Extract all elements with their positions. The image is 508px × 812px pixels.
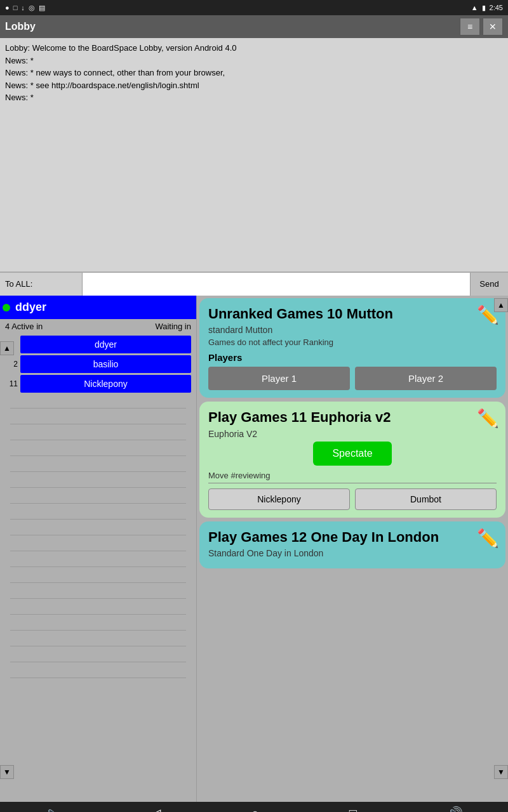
right-panel: ✏️ Unranked Games 10 Mutton standard Mut… [197,296,508,802]
screen-icon: □ [13,4,18,11]
active-count: 4 Active in [5,322,43,331]
app-title: Lobby [5,21,36,32]
online-dot [3,304,10,311]
reviewer2-button[interactable]: Dumbot [355,488,497,510]
clock: 2:45 [490,4,503,11]
game-desc-1: Games do not affect your Ranking [208,337,497,347]
main-content: ddyer 4 Active in Waiting in ddyer 2 bas… [0,296,508,802]
window-controls: ≡ ✕ [460,18,503,36]
news-line-5: News: * [5,91,503,104]
home-icon[interactable]: ○ [251,806,258,813]
game-title-2: Play Games 11 Euphoria v2 [208,409,497,426]
menu-button[interactable]: ≡ [460,18,480,36]
pencil-icon-3: ✏️ [477,528,499,549]
status-bar: ● □ ↓ ◎ ▤ ▲ ▮ 2:45 [0,0,508,15]
volume-down-icon[interactable]: 🔈 [45,806,61,812]
game-card-3: ✏️ Play Games 12 One Day In London Stand… [199,521,505,568]
game-title-3: Play Games 12 One Day In London [208,529,497,546]
info-icon: ◎ [29,4,35,12]
scroll-left-down[interactable]: ▼ [0,765,14,779]
signal-icon: ▲ [471,4,478,11]
to-all-label: To ALL: [0,273,83,296]
send-button[interactable]: Send [470,273,508,296]
player-buttons-1: Player 1 Player 2 [208,367,497,390]
menu-icon-status: ▤ [39,4,45,12]
game-card-1: ✏️ Unranked Games 10 Mutton standard Mut… [199,298,505,398]
active-waiting-header: 4 Active in Waiting in [0,319,196,334]
spectate-button[interactable]: Spectate [313,442,391,466]
news-line-3: News: * new ways to connect, other than … [5,67,503,79]
download-icon: ↓ [21,4,25,11]
recents-icon[interactable]: □ [349,806,357,813]
scroll-left-up[interactable]: ▲ [0,341,14,355]
news-area: Lobby: Welcome to the BoardSpace Lobby, … [0,38,508,273]
news-line-4: News: * see http://boardspace.net/englis… [5,79,503,92]
player-row-3: 11 Nicklepony [5,375,191,393]
player-row-1: ddyer [5,336,191,353]
player-button-ddyer[interactable]: ddyer [20,336,191,353]
waiting-label: Waiting in [155,322,191,331]
pencil-icon-2: ✏️ [477,408,499,429]
player-row-2: 2 basilio [5,355,191,373]
battery-icon: ▮ [482,4,486,12]
news-line-2: News: * [5,55,503,67]
username-display: ddyer [15,301,46,314]
chat-bar: To ALL: Send [0,273,508,296]
chat-input[interactable] [83,273,470,296]
bottom-nav: 🔈 ◁ ○ □ 🔊 [0,802,508,812]
news-line-1: Lobby: Welcome to the BoardSpace Lobby, … [5,42,503,55]
game-subtitle-2: Euphoria V2 [208,429,497,439]
empty-rows [0,395,196,678]
player-button-basilio[interactable]: basilio [20,355,191,373]
scroll-right-up[interactable]: ▲ [494,298,508,312]
volume-up-icon[interactable]: 🔊 [447,806,463,812]
move-review-label: Move #reviewing [208,471,497,483]
back-icon[interactable]: ◁ [151,806,161,812]
scroll-right-down[interactable]: ▼ [494,765,508,779]
player1-button[interactable]: Player 1 [208,367,350,390]
game-title-1: Unranked Games 10 Mutton [208,306,497,322]
player2-button[interactable]: Player 2 [355,367,497,390]
title-bar: Lobby ≡ ✕ [0,15,508,38]
close-button[interactable]: ✕ [483,18,503,36]
game-card-2: ✏️ Play Games 11 Euphoria v2 Euphoria V2… [199,402,505,517]
wifi-icon: ● [5,4,10,11]
reviewer1-button[interactable]: Nicklepony [208,488,350,510]
status-left-icons: ● □ ↓ ◎ ▤ [5,4,45,12]
game-subtitle-1: standard Mutton [208,325,497,335]
review-player-buttons: Nicklepony Dumbot [208,488,497,510]
game-subtitle-3: Standard One Day in London [208,548,497,558]
players-label-1: Players [208,352,497,363]
status-right-icons: ▲ ▮ 2:45 [471,4,503,12]
user-header: ddyer [0,296,196,319]
player-button-nicklepony[interactable]: Nicklepony [20,375,191,393]
left-panel: ddyer 4 Active in Waiting in ddyer 2 bas… [0,296,197,802]
